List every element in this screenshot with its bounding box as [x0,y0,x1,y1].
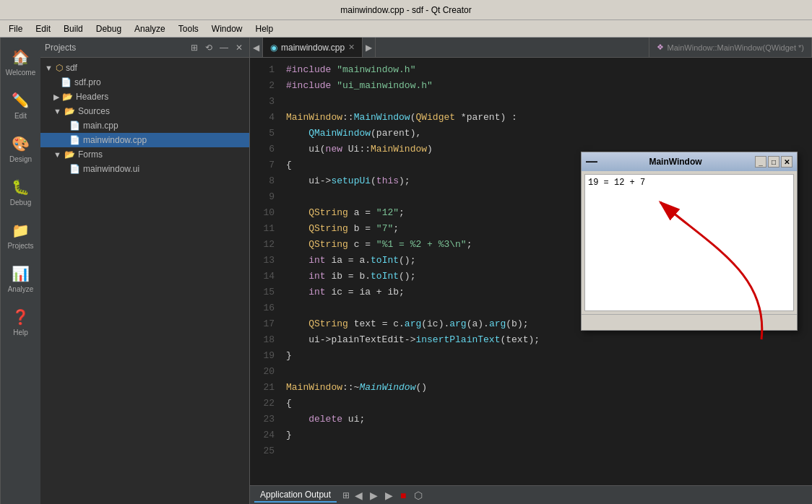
folder-icon: 📂 [64,106,75,116]
file-icon: 📄 [69,135,80,145]
analyze-icon: 📊 [12,265,30,282]
bottom-panel-icon[interactable]: ⊞ [342,490,350,500]
tab-bar: ◀ ◉ mainwindow.cpp ✕ ▶ ❖ MainWindow::Mai… [250,38,812,58]
float-output-text: 19 = 12 + 7 [588,178,645,188]
float-title-bar[interactable]: — MainWindow _ □ ✕ [582,152,797,171]
menu-bar: File Edit Build Debug Analyze Tools Wind… [0,20,812,38]
tab-indicator: ◀ [250,38,263,57]
design-icon: 🎨 [12,135,30,152]
welcome-icon: 🏠 [12,48,30,66]
tree-item-forms[interactable]: ▼ 📂 Forms [40,147,249,162]
float-close-btn[interactable]: ✕ [781,156,792,168]
edit-icon: ✏️ [12,92,30,109]
folder-icon: 📂 [64,149,75,160]
tree-item-main-cpp[interactable]: 📄 main.cpp [40,118,249,133]
tab-icon: ◉ [270,43,277,53]
tab-nav-right[interactable]: ▶ [363,38,376,57]
tree-item-mainwindow-cpp[interactable]: 📄 mainwindow.cpp [40,133,249,147]
tree-item-headers[interactable]: ▶ 📂 Headers [40,90,249,104]
menu-tools[interactable]: Tools [173,22,204,35]
file-icon: 📄 [69,164,80,174]
menu-build[interactable]: Build [58,22,89,35]
help-icon: ❓ [12,308,30,326]
tree-item-label: Sources [78,106,110,116]
tree-item-label: main.cpp [83,121,118,131]
debug-label: Debug [10,199,31,207]
tree-item-mainwindow-ui[interactable]: 📄 mainwindow.ui [40,162,249,176]
sidebar-close-icon[interactable]: ✕ [233,41,245,54]
tree-item-sdf[interactable]: ▼ ⬡ sdf [40,61,249,75]
tree-item-label: Headers [76,92,108,102]
sidebar-title: Projects [45,43,186,53]
menu-file[interactable]: File [3,22,28,35]
folder-icon: 📂 [62,92,73,102]
tree-item-label: sdf [66,63,77,73]
menu-help[interactable]: Help [250,22,280,35]
sidebar-sync-icon[interactable]: ⟲ [203,41,215,54]
tree-item-label: mainwindow.ui [83,164,139,174]
file-icon: 📄 [61,77,72,87]
design-label: Design [9,155,32,163]
tree-item-label: mainwindow.cpp [83,135,147,145]
run-btn[interactable]: ▶ [383,488,395,503]
menu-analyze[interactable]: Analyze [129,22,171,35]
float-window[interactable]: — MainWindow _ □ ✕ 19 = 12 + 7 [581,152,798,331]
file-tree: ▼ ⬡ sdf 📄 sdf.pro ▶ 📂 Headers ▼ 📂 Source… [40,58,249,504]
expand-icon: ▶ [53,92,59,102]
tab-close-icon[interactable]: ✕ [348,43,355,52]
editor-area: ◀ ◉ mainwindow.cpp ✕ ▶ ❖ MainWindow::Mai… [250,38,812,504]
sidebar-minimize-icon[interactable]: — [217,41,230,54]
code-area[interactable]: 12345 678910 1112131415 1617181920 21222… [250,58,812,485]
help-label: Help [13,329,28,336]
float-window-menu[interactable]: — [586,155,597,168]
tab-label: mainwindow.cpp [281,43,345,53]
debug-panel-btn[interactable]: 🐛 Debug [2,170,40,214]
design-panel-btn[interactable]: 🎨 Design [2,127,40,170]
welcome-label: Welcome [6,69,36,77]
welcome-panel-btn[interactable]: 🏠 Welcome [2,40,40,84]
float-content: 19 = 12 + 7 [584,174,794,311]
menu-debug[interactable]: Debug [90,22,127,35]
main-layout: 🏠 Welcome ✏️ Edit 🎨 Design 🐛 Debug 📁 Pro… [0,38,812,504]
tree-item-label: Forms [78,149,103,160]
float-minimize-btn[interactable]: _ [755,156,766,168]
folder-icon: ⬡ [56,63,63,73]
next-btn[interactable]: ▶ [368,488,380,503]
analyze-panel-btn[interactable]: 📊 Analyze [2,257,40,300]
float-statusbar [582,314,797,330]
menu-window[interactable]: Window [206,22,249,35]
float-maximize-btn[interactable]: □ [768,156,779,168]
application-output-tab[interactable]: Application Output [254,488,337,503]
line-numbers: 12345 678910 1112131415 1617181920 21222… [250,58,279,485]
edit-panel-btn[interactable]: ✏️ Edit [2,84,40,127]
tree-item-label: sdf.pro [74,77,101,87]
help-panel-btn[interactable]: ❓ Help [2,300,40,344]
expand-icon: ▼ [53,107,61,116]
projects-icon: 📁 [12,222,30,239]
sidebar-header: Projects ⊞ ⟲ — ✕ [40,38,249,58]
expand-icon: ▼ [45,64,53,72]
tab-label: Application Output [260,490,331,500]
icon-panel: 🏠 Welcome ✏️ Edit 🎨 Design 🐛 Debug 📁 Pro… [0,38,40,504]
window-title: mainwindow.cpp - sdf - Qt Creator [340,5,471,15]
breadcrumb-icon: ❖ [657,43,664,52]
tree-item-sdf-pro[interactable]: 📄 sdf.pro [40,75,249,90]
sidebar-filter-icon[interactable]: ⊞ [189,41,200,54]
bottom-panel: Application Output ⊞ ◀ ▶ ▶ ■ ⬡ [250,485,812,504]
tree-item-sources[interactable]: ▼ 📂 Sources [40,104,249,118]
breadcrumb-tab: ❖ MainWindow::MainWindow(QWidget *) [649,38,813,57]
expand-icon: ▼ [53,150,61,159]
tab-mainwindow-cpp[interactable]: ◉ mainwindow.cpp ✕ [263,38,363,57]
stop-btn[interactable]: ■ [398,488,408,503]
float-window-title: MainWindow [649,157,701,167]
menu-edit[interactable]: Edit [30,22,56,35]
prev-btn[interactable]: ◀ [353,488,365,503]
projects-label: Projects [7,242,33,250]
projects-panel-btn[interactable]: 📁 Projects [2,214,40,257]
breadcrumb-text: MainWindow::MainWindow(QWidget *) [668,43,805,52]
title-bar: mainwindow.cpp - sdf - Qt Creator [0,0,812,20]
file-icon: 📄 [69,121,80,131]
debug-icon: 🐛 [12,178,30,196]
sidebar: Projects ⊞ ⟲ — ✕ ▼ ⬡ sdf 📄 sdf.pro ▶ 📂 H… [40,38,250,504]
config-btn[interactable]: ⬡ [412,488,425,503]
